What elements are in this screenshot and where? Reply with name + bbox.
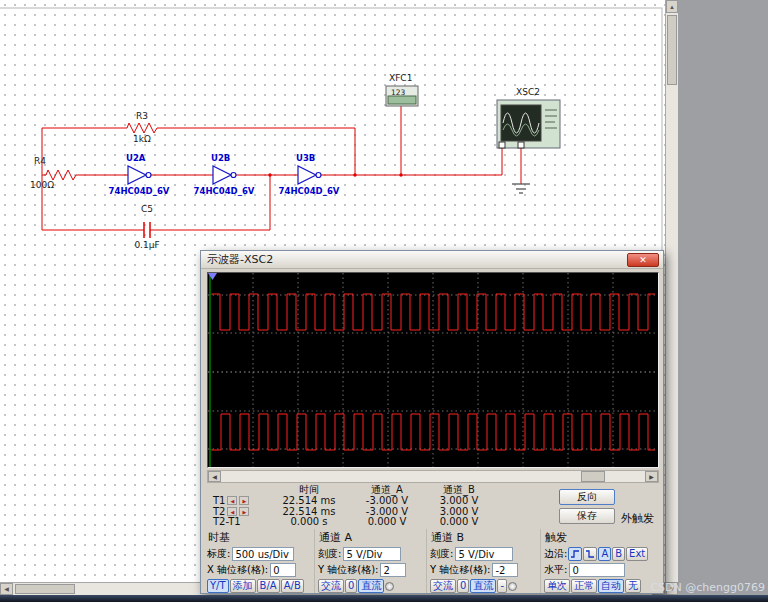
channel-b-ypos-label: Y 轴位移(格): <box>430 563 490 577</box>
channel-a-panel: 通道 A 刻度: Y 轴位移(格): 交流 0 直流 <box>314 529 426 593</box>
r3-ref: R3 <box>136 111 148 121</box>
scope-control-panels: 时基 标度: X 轴位移(格): Y/T 添加 B/A A/B 通道 A 刻度: <box>204 529 662 593</box>
ab-mode-button[interactable]: A/B <box>281 579 304 593</box>
save-button[interactable]: 保存 <box>559 508 615 524</box>
trigger-source-b-button[interactable]: B <box>612 547 625 561</box>
ground-symbol[interactable] <box>512 184 530 193</box>
channel-a-scale-label: 刻度: <box>318 547 341 561</box>
scope-screen <box>207 272 659 468</box>
u2b-part: 74HC04D_6V <box>194 186 255 196</box>
xfc1-display: 123 <box>391 88 406 97</box>
delta-channel-b-value: 0.000 V <box>423 516 495 527</box>
timebase-title: 时基 <box>208 530 311 545</box>
timebase-scale-label: 标度: <box>207 547 230 561</box>
channel-b-zero-button[interactable]: 0 <box>457 579 469 593</box>
channel-b-title: 通道 B <box>431 530 537 545</box>
ba-mode-button[interactable]: B/A <box>257 579 280 593</box>
trigger-title: 触发 <box>545 530 659 545</box>
watermark-text: CSDN @chengg0769 <box>650 581 765 594</box>
oscilloscope-window[interactable]: 示波器-XSC2 ✕ ◀ ▶ 时间 通道_A 通道_B T1 ◀ ▶ 22.51… <box>200 250 664 594</box>
r3-value: 1kΩ <box>133 134 151 144</box>
t2-move-right-icon[interactable]: ▶ <box>239 507 249 516</box>
delta-time-value: 0.000 s <box>267 516 351 527</box>
window-title: 示波器-XSC2 <box>207 253 273 266</box>
horizontal-scroll-thumb[interactable] <box>15 584 75 594</box>
u2a-part: 74HC04D_6V <box>109 186 170 196</box>
windows-taskbar[interactable] <box>0 595 768 602</box>
t2-move-left-icon[interactable]: ◀ <box>227 507 237 516</box>
r4-value: 100Ω <box>30 180 54 190</box>
channel-a-ac-button[interactable]: 交流 <box>318 579 344 593</box>
external-trigger-label: 外触发 <box>621 511 654 526</box>
trigger-level-label: 水平: <box>544 563 567 577</box>
inverter-u3b[interactable] <box>298 166 321 184</box>
scope-scroll-thumb[interactable] <box>581 471 605 482</box>
t1-channel-b-value: 3.000 V <box>423 495 495 506</box>
timebase-scale-input[interactable] <box>232 547 294 561</box>
channel-a-indicator-icon[interactable] <box>385 582 394 591</box>
t1-move-left-icon[interactable]: ◀ <box>227 496 237 505</box>
trigger-source-a-button[interactable]: A <box>598 547 611 561</box>
channel-b-panel: 通道 B 刻度: Y 轴位移(格): 交流 0 直流 - <box>426 529 540 593</box>
channel-a-title: 通道 A <box>319 530 423 545</box>
t1-time-value: 22.514 ms <box>267 495 351 506</box>
scope-horizontal-scrollbar[interactable]: ◀ ▶ <box>207 470 659 483</box>
trigger-panel: 触发 边沿: A B Ext 水平: 单次 正常 自动 <box>540 529 662 593</box>
u2a-ref: U2A <box>126 153 146 163</box>
u3b-ref: U3B <box>296 153 315 163</box>
c5-ref: C5 <box>141 204 153 214</box>
c5-value: 0.1µF <box>134 240 159 250</box>
channel-b-invert-button[interactable]: - <box>497 579 507 593</box>
timebase-xpos-label: X 轴位移(格): <box>207 563 268 577</box>
trigger-source-ext-button[interactable]: Ext <box>626 547 648 561</box>
scope-scroll-left-icon[interactable]: ◀ <box>208 471 221 482</box>
scope-readings: 时间 通道_A 通道_B T1 ◀ ▶ 22.514 ms -3.000 V 3… <box>207 485 659 527</box>
timebase-panel: 时基 标度: X 轴位移(格): Y/T 添加 B/A A/B <box>204 529 314 593</box>
trigger-none-button[interactable]: 无 <box>625 579 641 593</box>
rising-edge-icon[interactable] <box>568 547 582 561</box>
scroll-left-icon[interactable]: ◀ <box>0 583 13 595</box>
t2-channel-b-value: 3.000 V <box>423 506 495 517</box>
scroll-up-icon[interactable]: ▲ <box>666 0 678 13</box>
close-button[interactable]: ✕ <box>627 253 659 267</box>
trigger-normal-button[interactable]: 正常 <box>571 579 597 593</box>
channel-b-dc-button[interactable]: 直流 <box>470 579 496 593</box>
channel-a-scale-input[interactable] <box>343 547 401 561</box>
t2-channel-a-value: -3.000 V <box>351 506 423 517</box>
falling-edge-icon[interactable] <box>583 547 597 561</box>
trigger-level-input[interactable] <box>569 563 625 577</box>
close-icon: ✕ <box>639 255 647 265</box>
channel-b-scale-label: 刻度: <box>430 547 453 561</box>
trigger-edge-label: 边沿: <box>544 547 567 561</box>
channel-a-dc-button[interactable]: 直流 <box>358 579 384 593</box>
u3b-part: 74HC04D_6V <box>279 186 340 196</box>
channel-b-ypos-input[interactable] <box>492 563 518 577</box>
reverse-button[interactable]: 反向 <box>559 489 615 505</box>
channel-a-ypos-input[interactable] <box>380 563 406 577</box>
channel-a-ypos-label: Y 轴位移(格): <box>318 563 378 577</box>
t1-move-right-icon[interactable]: ▶ <box>239 496 249 505</box>
t1-channel-a-value: -3.000 V <box>351 495 423 506</box>
channel-b-ac-button[interactable]: 交流 <box>430 579 456 593</box>
u2b-ref: U2B <box>211 153 230 163</box>
oscilloscope-icon-xsc2[interactable] <box>497 100 560 148</box>
channel-a-zero-button[interactable]: 0 <box>345 579 357 593</box>
frequency-counter-xfc1[interactable]: 123 <box>386 86 418 106</box>
timebase-xpos-input[interactable] <box>270 563 296 577</box>
yt-mode-button[interactable]: Y/T <box>207 579 229 593</box>
window-titlebar[interactable]: 示波器-XSC2 ✕ <box>201 251 663 269</box>
trigger-auto-button[interactable]: 自动 <box>598 579 624 593</box>
add-mode-button[interactable]: 添加 <box>230 579 256 593</box>
vertical-scroll-thumb[interactable] <box>667 15 677 85</box>
inverter-u2b[interactable] <box>213 166 236 184</box>
t2-time-value: 22.514 ms <box>267 506 351 517</box>
circuit-wires[interactable] <box>42 106 521 238</box>
schematic-vertical-scrollbar[interactable]: ▲ ▼ <box>665 0 678 595</box>
scope-scroll-right-icon[interactable]: ▶ <box>645 471 658 482</box>
trigger-single-button[interactable]: 单次 <box>544 579 570 593</box>
inverter-u2a[interactable] <box>128 166 151 184</box>
channel-b-scale-input[interactable] <box>455 547 513 561</box>
delta-channel-a-value: 0.000 V <box>351 516 423 527</box>
channel-b-indicator-icon[interactable] <box>508 582 517 591</box>
xsc2-ref: XSC2 <box>516 87 540 97</box>
